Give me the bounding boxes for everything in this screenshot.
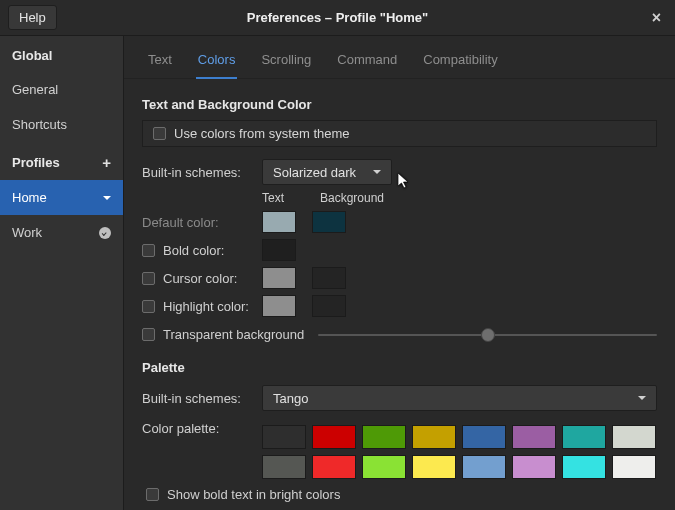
use-system-row[interactable]: Use colors from system theme: [142, 120, 657, 147]
palette-row-bottom: [262, 455, 656, 479]
color-palette-label: Color palette:: [142, 421, 252, 436]
palette-swatch[interactable]: [612, 425, 656, 449]
default-color-label: Default color:: [142, 215, 252, 230]
tab-compatibility[interactable]: Compatibility: [421, 46, 499, 79]
palette-swatch[interactable]: [262, 425, 306, 449]
cursor-label: Cursor color:: [163, 271, 237, 286]
bold-label: Bold color:: [163, 243, 224, 258]
window-title: Preferences – Profile "Home": [0, 10, 675, 25]
cursor-text-swatch[interactable]: [262, 267, 296, 289]
bold-swatch[interactable]: [262, 239, 296, 261]
add-profile-icon[interactable]: +: [102, 154, 111, 171]
sidebar-item-home[interactable]: Home: [0, 180, 123, 215]
section-text-bg: Text and Background Color: [142, 97, 657, 112]
slider-thumb[interactable]: [481, 328, 495, 342]
content-panel: Text Colors Scrolling Command Compatibil…: [124, 36, 675, 510]
palette-swatch[interactable]: [512, 455, 556, 479]
tab-scrolling[interactable]: Scrolling: [259, 46, 313, 79]
palette-row-top: [262, 425, 656, 449]
highlight-checkbox[interactable]: [142, 300, 155, 313]
highlight-text-swatch[interactable]: [262, 295, 296, 317]
profile-work-label: Work: [12, 225, 42, 240]
sidebar-item-general[interactable]: General: [0, 72, 123, 107]
palette-swatch[interactable]: [562, 455, 606, 479]
tab-command[interactable]: Command: [335, 46, 399, 79]
palette-swatch[interactable]: [312, 455, 356, 479]
chevron-down-icon: [638, 396, 646, 400]
transparency-slider[interactable]: [318, 334, 657, 336]
palette-swatch[interactable]: [462, 425, 506, 449]
palette-swatch[interactable]: [412, 425, 456, 449]
close-icon[interactable]: ×: [646, 5, 667, 31]
palette-scheme-value: Tango: [273, 391, 308, 406]
bold-checkbox[interactable]: [142, 244, 155, 257]
palette-scheme-dropdown[interactable]: Tango: [262, 385, 657, 411]
palette-swatch[interactable]: [312, 425, 356, 449]
section-palette: Palette: [142, 360, 657, 375]
checkmark-icon: [99, 227, 111, 239]
palette-swatch[interactable]: [512, 425, 556, 449]
cursor-pointer-icon: [398, 173, 412, 192]
palette-swatch[interactable]: [362, 425, 406, 449]
default-text-swatch[interactable]: [262, 211, 296, 233]
scheme-dropdown[interactable]: Solarized dark: [262, 159, 392, 185]
title-bar: Help Preferences – Profile "Home" ×: [0, 0, 675, 36]
col-bg-label: Background: [320, 191, 384, 205]
sidebar-item-work[interactable]: Work: [0, 215, 123, 250]
col-text-label: Text: [262, 191, 300, 205]
help-button[interactable]: Help: [8, 5, 57, 30]
scheme-value: Solarized dark: [273, 165, 356, 180]
sidebar-header-profiles: Profiles +: [0, 142, 123, 180]
tab-text[interactable]: Text: [146, 46, 174, 79]
highlight-label: Highlight color:: [163, 299, 249, 314]
palette-swatch[interactable]: [562, 425, 606, 449]
transparent-checkbox[interactable]: [142, 328, 155, 341]
chevron-down-icon: [103, 196, 111, 200]
sidebar-item-shortcuts[interactable]: Shortcuts: [0, 107, 123, 142]
palette-swatch[interactable]: [412, 455, 456, 479]
schemes-label: Built-in schemes:: [142, 165, 252, 180]
sidebar: Global General Shortcuts Profiles + Home…: [0, 36, 124, 510]
palette-swatch[interactable]: [262, 455, 306, 479]
palette-swatch[interactable]: [462, 455, 506, 479]
cursor-bg-swatch[interactable]: [312, 267, 346, 289]
profiles-label: Profiles: [12, 155, 60, 170]
transparent-label: Transparent background: [163, 327, 304, 342]
highlight-bg-swatch[interactable]: [312, 295, 346, 317]
use-system-checkbox[interactable]: [153, 127, 166, 140]
bright-colors-checkbox[interactable]: [146, 488, 159, 501]
bright-colors-label: Show bold text in bright colors: [167, 487, 340, 502]
palette-schemes-label: Built-in schemes:: [142, 391, 252, 406]
sidebar-header-global: Global: [0, 36, 123, 72]
cursor-checkbox[interactable]: [142, 272, 155, 285]
palette-swatch[interactable]: [612, 455, 656, 479]
color-column-headers: Text Background: [262, 191, 657, 205]
tab-bar: Text Colors Scrolling Command Compatibil…: [124, 36, 675, 79]
palette-swatch[interactable]: [362, 455, 406, 479]
profile-home-label: Home: [12, 190, 47, 205]
use-system-label: Use colors from system theme: [174, 126, 350, 141]
chevron-down-icon: [373, 170, 381, 174]
tab-colors[interactable]: Colors: [196, 46, 238, 79]
default-bg-swatch[interactable]: [312, 211, 346, 233]
